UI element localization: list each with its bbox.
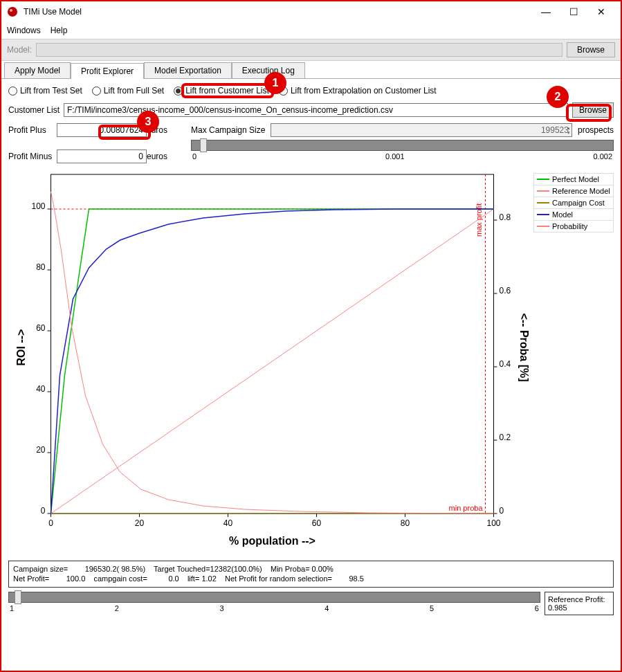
model-browse-button[interactable]: Browse: [567, 42, 615, 57]
svg-point-0: [8, 7, 17, 17]
svg-text:<-- Proba [%]: <-- Proba [%]: [518, 313, 530, 381]
bottom-slider-ticks: 123456: [8, 604, 540, 612]
customer-list-label: Customer List: [8, 105, 60, 115]
svg-text:0: 0: [48, 518, 53, 528]
svg-text:60: 60: [312, 518, 322, 528]
legend-cost: Campaign Cost: [533, 197, 614, 208]
svg-text:0: 0: [41, 506, 46, 516]
menubar: Windows Help: [1, 22, 621, 39]
tab-apply-model[interactable]: Apply Model: [4, 62, 71, 78]
svg-text:80: 80: [401, 518, 410, 528]
svg-text:0.2: 0.2: [500, 433, 511, 442]
bottom-slider-thumb[interactable]: [15, 590, 21, 604]
svg-rect-2: [51, 174, 494, 514]
svg-text:100: 100: [486, 518, 500, 528]
model-input[interactable]: [36, 43, 562, 57]
callout-3: 3: [137, 111, 159, 133]
titlebar: TIMi Use Model — ☐ ✕: [1, 1, 621, 22]
menu-windows[interactable]: Windows: [7, 26, 41, 35]
tab-model-exportation[interactable]: Model Exportation: [144, 62, 232, 78]
svg-text:0.6: 0.6: [500, 286, 511, 296]
profit-plus-label: Profit Plus: [8, 125, 57, 135]
svg-text:40: 40: [223, 518, 233, 528]
svg-text:% population  -->: % population -->: [229, 535, 315, 547]
max-campaign-label: Max Campaign Size: [191, 125, 265, 135]
bottom-slider[interactable]: [8, 592, 540, 603]
stats-box: Campaign size= 196530.2( 98.5%) Target T…: [8, 561, 614, 588]
campaign-slider[interactable]: [191, 140, 614, 151]
window-title: TIMi Use Model: [24, 7, 532, 17]
radio-lift-extrapolation[interactable]: Lift from Extrapolation on Customer List: [279, 86, 437, 96]
model-label: Model:: [7, 45, 32, 55]
minimize-button[interactable]: —: [532, 2, 560, 21]
campaign-slider-thumb[interactable]: [200, 138, 207, 152]
tab-profit-explorer[interactable]: Profit Explorer: [71, 63, 144, 79]
model-bar: Model: Browse: [1, 39, 621, 61]
svg-text:max profit: max profit: [475, 203, 483, 237]
svg-text:60: 60: [36, 323, 46, 333]
max-campaign-input[interactable]: 199523: [271, 123, 572, 137]
tabs: Apply Model Profit Explorer Model Export…: [1, 62, 621, 79]
lift-source-row: Lift from Test Set Lift from Full Set Li…: [8, 86, 614, 96]
svg-text:0.4: 0.4: [500, 359, 511, 369]
maximize-button[interactable]: ☐: [560, 2, 587, 21]
legend-perfect: Perfect Model: [533, 173, 614, 185]
svg-text:80: 80: [36, 262, 46, 272]
roi-chart: 0 20 40 60 80 100 0 0.2 0.4 0.6 0.8 0204…: [8, 167, 529, 555]
legend-prob: Probability: [533, 220, 614, 233]
svg-text:0: 0: [500, 506, 504, 516]
close-button[interactable]: ✕: [587, 2, 615, 21]
svg-text:100: 100: [31, 201, 45, 211]
callout-rect-2: [566, 104, 612, 122]
menu-help[interactable]: Help: [51, 26, 68, 35]
svg-text:20: 20: [36, 445, 46, 455]
callout-1: 1: [264, 72, 286, 94]
customer-list-row: Customer List Browse: [8, 102, 614, 118]
app-icon: [7, 6, 18, 17]
svg-point-1: [10, 9, 12, 12]
svg-text:min proba: min proba: [449, 504, 484, 512]
callout-2: 2: [547, 86, 569, 108]
radio-lift-full[interactable]: Lift from Full Set: [92, 86, 164, 96]
radio-lift-test[interactable]: Lift from Test Set: [8, 86, 82, 96]
campaign-slider-ticks: 0 0.001 0.002: [191, 152, 614, 161]
chart-legend: Perfect Model Reference Model Campaign C…: [533, 173, 614, 555]
legend-reference: Reference Model: [533, 185, 614, 197]
svg-text:20: 20: [135, 518, 145, 528]
profit-minus-unit: euros: [147, 152, 174, 161]
max-campaign-unit: prospects: [578, 125, 614, 135]
svg-text:0.8: 0.8: [500, 212, 511, 222]
callout-rect-1: [181, 83, 274, 98]
profit-minus-input[interactable]: [57, 149, 147, 163]
reference-profit-box: Reference Profit: 0.985: [545, 592, 614, 615]
svg-text:ROI  -->: ROI -->: [15, 329, 27, 366]
svg-text:40: 40: [36, 384, 46, 394]
profit-minus-label: Profit Minus: [8, 152, 57, 161]
legend-model: Model: [533, 208, 614, 220]
